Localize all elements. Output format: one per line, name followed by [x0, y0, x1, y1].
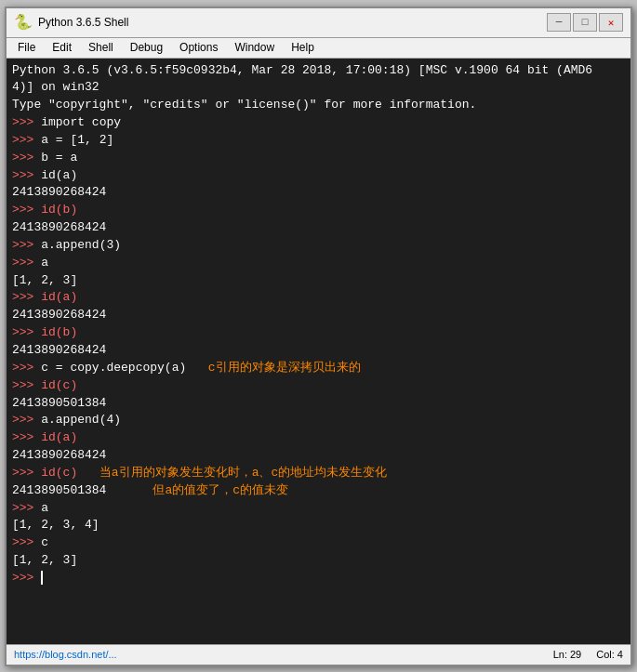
- output-line-17: 2413890268424: [12, 342, 625, 360]
- output-line-5: >>> a = [1, 2]: [12, 132, 625, 150]
- output-line-15: 2413890268424: [12, 307, 625, 324]
- output-line-2: 4)] on win32: [12, 79, 625, 97]
- line-number: Ln: 29: [553, 649, 582, 660]
- output-line-30: >>> ​: [12, 570, 625, 587]
- app-icon: 🐍: [14, 13, 33, 32]
- output-line-6: >>> b = a: [12, 150, 625, 167]
- output-line-14: >>> id(a): [12, 289, 625, 307]
- menu-debug[interactable]: Debug: [123, 39, 170, 56]
- menu-window[interactable]: Window: [227, 39, 282, 56]
- output-line-21: >>> a.append(4): [12, 412, 625, 429]
- output-line-7: >>> id(a): [12, 167, 625, 185]
- output-line-16: >>> id(b): [12, 324, 625, 342]
- output-line-22: >>> id(a): [12, 429, 625, 447]
- output-line-10: 2413890268424: [12, 219, 625, 237]
- output-line-23: 2413890268424: [12, 447, 625, 465]
- menu-edit[interactable]: Edit: [45, 39, 79, 56]
- output-line-20: 2413890501384: [12, 395, 625, 413]
- menu-bar: File Edit Shell Debug Options Window Hel…: [7, 38, 630, 59]
- window-title: Python 3.6.5 Shell: [38, 16, 547, 29]
- output-line-1: Python 3.6.5 (v3.6.5:f59c0932b4, Mar 28 …: [12, 62, 625, 80]
- status-url: https://blog.csdn.net/...: [14, 649, 117, 660]
- output-line-11: >>> a.append(3): [12, 237, 625, 255]
- status-position: Ln: 29 Col: 4: [553, 649, 623, 660]
- menu-help[interactable]: Help: [284, 39, 322, 56]
- output-line-28: >>> c: [12, 534, 625, 552]
- shell-output[interactable]: Python 3.6.5 (v3.6.5:f59c0932b4, Mar 28 …: [7, 59, 630, 644]
- output-line-29: [1, 2, 3]: [12, 552, 625, 570]
- menu-file[interactable]: File: [10, 39, 43, 56]
- output-line-18: >>> c = copy.deepcopy(a) c引用的对象是深拷贝出来的: [12, 360, 625, 377]
- window-controls: ─ □ ✕: [547, 13, 623, 32]
- maximize-button[interactable]: □: [573, 13, 597, 32]
- main-window: 🐍 Python 3.6.5 Shell ─ □ ✕ File Edit She…: [5, 7, 632, 666]
- close-button[interactable]: ✕: [599, 13, 623, 32]
- output-line-26: >>> a: [12, 500, 625, 518]
- output-line-4: >>> import copy: [12, 114, 625, 132]
- minimize-button[interactable]: ─: [547, 13, 571, 32]
- status-bar: https://blog.csdn.net/... Ln: 29 Col: 4: [7, 644, 630, 665]
- col-number: Col: 4: [596, 649, 623, 660]
- output-line-27: [1, 2, 3, 4]: [12, 517, 625, 534]
- output-line-3: Type "copyright", "credits" or "license(…: [12, 97, 625, 114]
- output-line-12: >>> a: [12, 255, 625, 272]
- output-line-25: 2413890501384 但a的值变了，c的值未变: [12, 482, 625, 500]
- output-line-13: [1, 2, 3]: [12, 272, 625, 290]
- title-bar: 🐍 Python 3.6.5 Shell ─ □ ✕: [7, 8, 630, 38]
- output-line-19: >>> id(c): [12, 377, 625, 395]
- output-line-24: >>> id(c) 当a引用的对象发生变化时，a、c的地址均未发生变化: [12, 465, 625, 482]
- output-line-9: >>> id(b): [12, 202, 625, 219]
- output-line-8: 2413890268424: [12, 184, 625, 202]
- menu-options[interactable]: Options: [172, 39, 225, 56]
- menu-shell[interactable]: Shell: [81, 39, 121, 56]
